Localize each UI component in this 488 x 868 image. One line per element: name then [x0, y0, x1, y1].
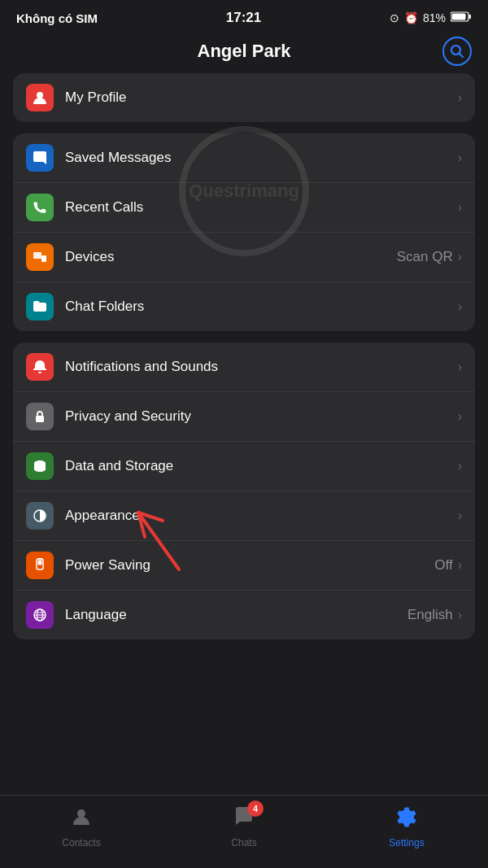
data-storage-icon	[26, 452, 54, 480]
appearance-label: Appearance	[65, 508, 458, 524]
status-bar: Không có SIM 17:21 ⊙ ⏰ 81%	[0, 0, 488, 33]
svg-rect-12	[38, 560, 42, 565]
menu-group-settings: Notifications and Sounds › Privacy and S…	[13, 342, 475, 639]
language-label: Language	[65, 607, 407, 623]
page-header: Angel Park	[0, 33, 488, 73]
power-saving-chevron: ›	[458, 558, 462, 573]
privacy-icon	[26, 403, 54, 430]
svg-point-5	[37, 92, 43, 98]
time-display: 17:21	[226, 10, 261, 26]
recent-calls-icon	[26, 194, 54, 221]
chats-tab-icon: 4	[233, 805, 255, 834]
settings-tab-icon	[395, 805, 418, 834]
search-button[interactable]	[442, 37, 472, 66]
svg-rect-1	[468, 15, 471, 19]
tab-settings[interactable]: Settings	[325, 805, 488, 848]
chat-folders-chevron: ›	[458, 299, 462, 314]
recent-calls-label: Recent Calls	[65, 199, 458, 216]
menu-item-power-saving[interactable]: Power Saving Off ›	[13, 541, 475, 591]
language-value: English	[407, 607, 453, 623]
notifications-chevron: ›	[458, 360, 462, 374]
privacy-chevron: ›	[458, 409, 462, 424]
svg-rect-2	[451, 14, 465, 20]
menu-item-my-profile[interactable]: My Profile ›	[13, 73, 475, 122]
saved-messages-icon	[26, 144, 54, 172]
svg-rect-13	[38, 558, 42, 560]
devices-chevron: ›	[458, 250, 462, 264]
my-profile-icon	[26, 84, 54, 111]
language-chevron: ›	[458, 608, 462, 622]
tab-contacts[interactable]: Contacts	[0, 805, 163, 848]
settings-tab-label: Settings	[389, 837, 424, 848]
svg-line-4	[460, 54, 464, 58]
status-indicators: ⊙ ⏰ 81%	[390, 11, 472, 24]
saved-messages-chevron: ›	[458, 150, 462, 165]
menu-item-appearance[interactable]: Appearance ›	[13, 491, 475, 541]
privacy-label: Privacy and Security	[65, 408, 458, 425]
menu-item-chat-folders[interactable]: Chat Folders ›	[13, 282, 475, 331]
language-icon	[26, 601, 54, 629]
menu-item-language[interactable]: Language English ›	[13, 591, 475, 639]
chats-tab-label: Chats	[231, 837, 256, 848]
menu-item-recent-calls[interactable]: Recent Calls ›	[13, 183, 475, 233]
menu-item-notifications[interactable]: Notifications and Sounds ›	[13, 342, 475, 392]
menu-item-data-storage[interactable]: Data and Storage ›	[13, 442, 475, 491]
battery-text: 81%	[423, 11, 446, 24]
contacts-tab-icon	[70, 805, 93, 834]
my-profile-chevron: ›	[458, 90, 462, 105]
devices-icon	[26, 243, 54, 271]
saved-messages-label: Saved Messages	[65, 150, 458, 166]
battery-icon	[451, 11, 472, 24]
notifications-icon	[26, 353, 54, 381]
menu-item-saved-messages[interactable]: Saved Messages ›	[13, 133, 475, 183]
content-area: My Profile › Saved Messages › Recent Cal…	[0, 73, 488, 724]
power-saving-label: Power Saving	[65, 557, 434, 574]
appearance-chevron: ›	[458, 508, 462, 523]
data-storage-chevron: ›	[458, 459, 462, 473]
svg-rect-6	[33, 252, 41, 259]
power-saving-icon	[26, 552, 54, 579]
carrier-text: Không có SIM	[16, 11, 98, 25]
menu-item-privacy-security[interactable]: Privacy and Security ›	[13, 392, 475, 442]
chat-folders-icon	[26, 293, 54, 321]
data-storage-label: Data and Storage	[65, 458, 458, 474]
contacts-tab-label: Contacts	[62, 837, 100, 848]
alarm-icon: ⏰	[404, 11, 418, 24]
my-profile-label: My Profile	[65, 89, 458, 106]
notifications-label: Notifications and Sounds	[65, 359, 458, 375]
tab-chats[interactable]: 4 Chats	[163, 805, 325, 848]
recent-calls-chevron: ›	[458, 200, 462, 215]
devices-value: Scan QR	[397, 249, 453, 265]
devices-label: Devices	[65, 249, 397, 265]
tracking-icon: ⊙	[390, 11, 399, 24]
power-saving-value: Off	[434, 557, 452, 574]
svg-rect-8	[36, 416, 44, 422]
page-title: Angel Park	[198, 41, 291, 62]
chat-folders-label: Chat Folders	[65, 299, 458, 315]
svg-rect-7	[41, 255, 46, 262]
appearance-icon	[26, 502, 54, 530]
chats-badge: 4	[247, 800, 264, 817]
tab-bar: Contacts 4 Chats Settings	[0, 795, 488, 868]
menu-group-messaging: Saved Messages › Recent Calls › Devices …	[13, 133, 475, 331]
menu-item-devices[interactable]: Devices Scan QR ›	[13, 233, 475, 282]
menu-group-profile: My Profile ›	[13, 73, 475, 122]
svg-point-22	[77, 809, 85, 818]
